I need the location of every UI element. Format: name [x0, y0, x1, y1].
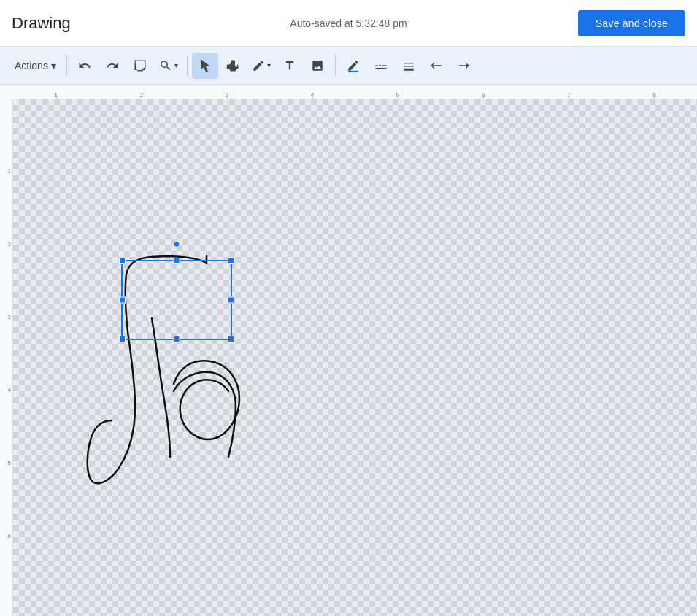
- line-end-button[interactable]: [451, 53, 477, 79]
- v-ruler-mark: 1: [0, 169, 12, 174]
- freehand-button[interactable]: ▾: [247, 53, 275, 79]
- line-start-icon: [430, 59, 443, 72]
- shape-icon: [226, 59, 239, 72]
- actions-label: Actions: [15, 60, 48, 72]
- svg-marker-10: [466, 63, 469, 69]
- zoom-chevron-icon: ▾: [174, 61, 178, 69]
- line-dash-icon: [374, 59, 388, 72]
- zoom-button[interactable]: ▾: [155, 53, 182, 79]
- ruler-mark: 7: [526, 91, 612, 99]
- canvas-white-overlay: [13, 99, 697, 616]
- undo-icon: [78, 59, 91, 72]
- freehand-icon: [252, 59, 265, 72]
- v-ruler-marks: 1 2 3 4 5 6: [0, 99, 12, 616]
- v-ruler-mark: 5: [0, 461, 12, 466]
- ruler-marks: 1 2 3 4 5 6 7 8: [0, 91, 697, 99]
- autosave-status: Auto-saved at 5:32:48 pm: [290, 18, 407, 29]
- ruler-mark: 3: [184, 91, 269, 99]
- select-region-icon: [134, 59, 147, 72]
- actions-menu-button[interactable]: Actions ▾: [9, 53, 62, 79]
- redo-icon: [106, 59, 119, 72]
- header: Drawing Auto-saved at 5:32:48 pm Save an…: [0, 0, 697, 47]
- ruler-mark: 8: [612, 91, 697, 99]
- toolbar: Actions ▾ ▾ ▾: [0, 47, 697, 85]
- line-weight-button[interactable]: [396, 53, 422, 79]
- pointer-button[interactable]: [192, 53, 218, 79]
- v-ruler-mark: 2: [0, 242, 12, 247]
- vertical-ruler: 1 2 3 4 5 6: [0, 99, 13, 616]
- ruler-mark: 2: [99, 91, 184, 99]
- image-icon: [311, 59, 324, 72]
- canvas-area: 1 2 3 4 5 6: [0, 99, 697, 616]
- actions-chevron-icon: ▾: [51, 60, 56, 72]
- ruler-mark: 1: [13, 91, 99, 99]
- toolbar-divider-3: [335, 55, 336, 76]
- save-close-button[interactable]: Save and close: [578, 10, 685, 36]
- line-start-button[interactable]: [423, 53, 450, 79]
- pointer-icon: [199, 59, 212, 72]
- ruler-mark: 4: [269, 91, 355, 99]
- line-dash-button[interactable]: [368, 53, 394, 79]
- ruler-mark: 6: [441, 91, 526, 99]
- zoom-icon: [159, 59, 172, 72]
- undo-button[interactable]: [72, 53, 98, 79]
- line-color-icon: [347, 59, 360, 72]
- line-end-icon: [458, 59, 471, 72]
- image-button[interactable]: [304, 53, 331, 79]
- horizontal-ruler: 1 2 3 4 5 6 7 8: [0, 85, 697, 99]
- shape-button[interactable]: [220, 53, 246, 79]
- v-ruler-mark: 3: [0, 315, 12, 320]
- freehand-chevron-icon: ▾: [267, 61, 271, 69]
- svg-rect-0: [348, 70, 358, 72]
- page-title: Drawing: [12, 14, 71, 33]
- toolbar-divider-1: [66, 55, 67, 76]
- line-color-button[interactable]: [340, 53, 366, 79]
- text-icon: [283, 59, 296, 72]
- drawing-canvas[interactable]: [13, 99, 697, 616]
- v-ruler-mark: 6: [0, 534, 12, 539]
- ruler-mark: 5: [355, 91, 441, 99]
- line-weight-icon: [402, 59, 415, 72]
- v-ruler-mark: 4: [0, 388, 12, 393]
- toolbar-divider-2: [187, 55, 188, 76]
- select-region-button[interactable]: [127, 53, 153, 79]
- redo-button[interactable]: [99, 53, 126, 79]
- text-button[interactable]: [277, 53, 303, 79]
